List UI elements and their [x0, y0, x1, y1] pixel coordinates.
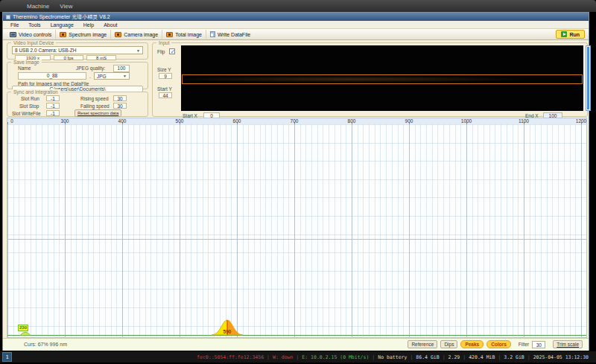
reset-spectrum-button[interactable]: Reset spectrum data: [74, 109, 121, 117]
slot-run-field[interactable]: -1: [46, 95, 60, 101]
colors-button[interactable]: Colors: [486, 340, 511, 348]
total-image-label: Total image: [175, 32, 202, 37]
filename-separator: .: [89, 74, 91, 79]
cursor-readout: Curs: 67% 996 nm: [24, 342, 67, 347]
input-title: Input: [156, 40, 171, 45]
reference-button[interactable]: Reference: [408, 340, 437, 348]
trim-scale-button[interactable]: Trim scale: [553, 340, 583, 348]
app-icon: [6, 15, 10, 19]
x-tick-label: 500: [176, 118, 184, 124]
slot-stop-field[interactable]: -1: [46, 103, 60, 109]
video-controls-button[interactable]: Video controls: [6, 30, 56, 39]
preview-slider[interactable]: [586, 45, 591, 111]
menu-tools[interactable]: Tools: [28, 22, 40, 28]
app-toolbar: Video controls Spectrum image Camera ima…: [3, 29, 589, 40]
total-image-button[interactable]: Total image: [162, 30, 206, 39]
format-value: JPG: [97, 74, 107, 79]
chevron-down-icon: ▼: [136, 48, 140, 53]
spectrum-image-button[interactable]: Spectrum image: [56, 30, 111, 39]
run-button[interactable]: Run: [556, 30, 585, 39]
x-tick-label: 900: [405, 118, 413, 124]
peak-590-label: 590: [224, 329, 232, 334]
start-y-label: Start Y: [157, 86, 172, 92]
jpeg-quality-label: JPEG quality:: [76, 66, 105, 71]
falling-speed-label: Falling speed: [80, 103, 110, 109]
status-segment-clock: 2025-04-05 13:12:30: [524, 354, 589, 360]
save-image-group: Save Image Name JPEG quality: 100 0_88 .…: [7, 62, 148, 89]
spectrum-chart[interactable]: 230 590: [7, 124, 587, 338]
chart-status-row: Curs: 67% 996 nm Reference Dips Peaks Co…: [3, 338, 589, 351]
peak-590-marker: 590: [211, 318, 244, 336]
x-tick-label: 800: [348, 118, 356, 124]
menu-file[interactable]: File: [10, 22, 19, 28]
latency-readout: 8 mS: [86, 55, 116, 60]
camera-image-label: Camera image: [124, 32, 158, 37]
app-title: Theremino Spectrometer 光谱小精灵 V8.2: [13, 13, 110, 21]
play-icon: [561, 31, 567, 37]
camera-image-button[interactable]: Camera image: [111, 30, 162, 39]
input-group: Input Flip Size Y 9 Start Y 44 Start X 0…: [152, 42, 588, 117]
rising-speed-label: Rising speed: [80, 96, 109, 101]
status-segment-swap: 3.2 GiB: [495, 354, 524, 360]
save-image-title: Save Image: [11, 60, 42, 65]
slot-writefile-field[interactable]: -1: [46, 110, 60, 116]
x-tick-label: 600: [233, 118, 241, 124]
video-device-select[interactable]: 8 USB 2.0 Camera: USB-ZH ▼: [12, 46, 143, 54]
x-tick-label: 1200: [576, 118, 586, 124]
flip-checkbox[interactable]: [169, 48, 175, 54]
dips-button[interactable]: Dips: [440, 340, 457, 348]
filter-field[interactable]: 30: [532, 341, 545, 348]
filename-field[interactable]: 0_88: [18, 72, 86, 80]
chevron-down-icon: ▼: [123, 74, 127, 78]
slot-run-label: Slot Run: [21, 96, 39, 101]
size-y-label: Size Y: [157, 67, 171, 72]
menu-about[interactable]: About: [104, 22, 117, 28]
vm-window-menubar: Machine View: [0, 0, 596, 12]
write-datafile-icon: [210, 31, 215, 37]
flip-label: Flip: [157, 49, 165, 54]
jpeg-quality-field[interactable]: 100: [113, 65, 130, 72]
x-tick-label: 0: [10, 118, 13, 124]
workspace-indicator[interactable]: 1: [2, 352, 12, 362]
x-tick-label: 1100: [519, 118, 529, 124]
video-input-title: Video Input Device: [11, 40, 56, 45]
vm-menu-view[interactable]: View: [60, 3, 72, 10]
write-datafile-button[interactable]: Write DataFile: [206, 30, 254, 39]
control-panel-area: Video Input Device 8 USB 2.0 Camera: USB…: [3, 40, 589, 118]
name-label: Name: [18, 66, 31, 71]
filter-label: Filter: [519, 342, 529, 347]
video-input-group: Video Input Device 8 USB 2.0 Camera: USB…: [7, 42, 148, 60]
size-y-field[interactable]: 9: [159, 73, 172, 79]
wavelength-scale: 0 300 400 500 600 700 800 900 1000 1100 …: [7, 118, 587, 124]
x-tick-label: 300: [61, 118, 69, 124]
sync-integration-group: Sync and Integration Slot Run -1 Slot St…: [7, 92, 148, 117]
start-y-field[interactable]: 44: [159, 92, 172, 98]
status-segment-memory: 420.4 MiB: [460, 354, 495, 360]
status-segment-disk: 86.4 GiB: [407, 354, 439, 360]
menu-language[interactable]: Language: [51, 22, 74, 28]
falling-speed-field[interactable]: 30: [113, 103, 127, 109]
format-select[interactable]: JPG ▼: [94, 72, 130, 80]
scan-strip-selection[interactable]: [182, 74, 583, 84]
app-titlebar[interactable]: Theremino Spectrometer 光谱小精灵 V8.2: [3, 13, 589, 21]
vm-menu-machine[interactable]: Machine: [27, 3, 49, 10]
write-datafile-label: Write DataFile: [218, 32, 250, 37]
status-segment-ipv6: fec0::5054:ff:fe12:3456: [197, 354, 264, 360]
camera-icon: [115, 32, 121, 37]
chart-controls: Reference Dips Peaks Colors Filter 30 Tr…: [408, 340, 583, 348]
peaks-button[interactable]: Peaks: [460, 340, 484, 348]
spectrum-baseline: [7, 335, 586, 336]
vm-screen: Machine View Theremino Spectrometer 光谱小精…: [0, 0, 596, 364]
rising-speed-field[interactable]: 30: [113, 95, 127, 101]
camera-preview[interactable]: [181, 45, 583, 111]
status-segment-ethernet: E: 10.0.2.15 (0 Mbit/s): [293, 354, 369, 360]
sync-title: Sync and Integration: [11, 89, 60, 95]
x-tick-label: 400: [118, 118, 127, 124]
video-controls-label: Video controls: [19, 32, 51, 37]
preview-slider-fill: [587, 47, 589, 109]
reference-line: [7, 239, 586, 240]
menu-help[interactable]: Help: [83, 22, 94, 28]
status-segment-battery: No battery: [369, 354, 407, 360]
peak-230-bump: [19, 331, 31, 336]
camera-icon: [60, 32, 66, 37]
